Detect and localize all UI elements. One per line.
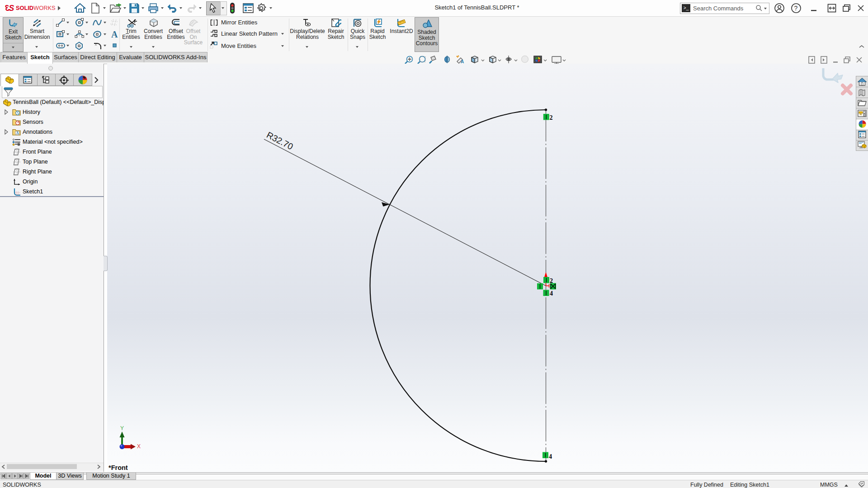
svg-text:R32.70: R32.70 <box>265 130 295 152</box>
svg-text:SOLIDWORKS: SOLIDWORKS <box>16 5 55 11</box>
svg-text:2: 2 <box>550 277 553 284</box>
svg-text:Y: Y <box>120 425 124 432</box>
svg-text:A: A <box>111 30 118 39</box>
svg-text:4: 4 <box>549 453 552 460</box>
svg-text:4: 4 <box>550 290 553 297</box>
svg-text:?: ? <box>794 5 798 12</box>
svg-text:A: A <box>16 131 19 135</box>
svg-text:*Front: *Front <box>108 464 128 471</box>
svg-text:X: X <box>137 443 141 450</box>
svg-text:S: S <box>9 4 14 13</box>
svg-text:2: 2 <box>550 114 553 121</box>
